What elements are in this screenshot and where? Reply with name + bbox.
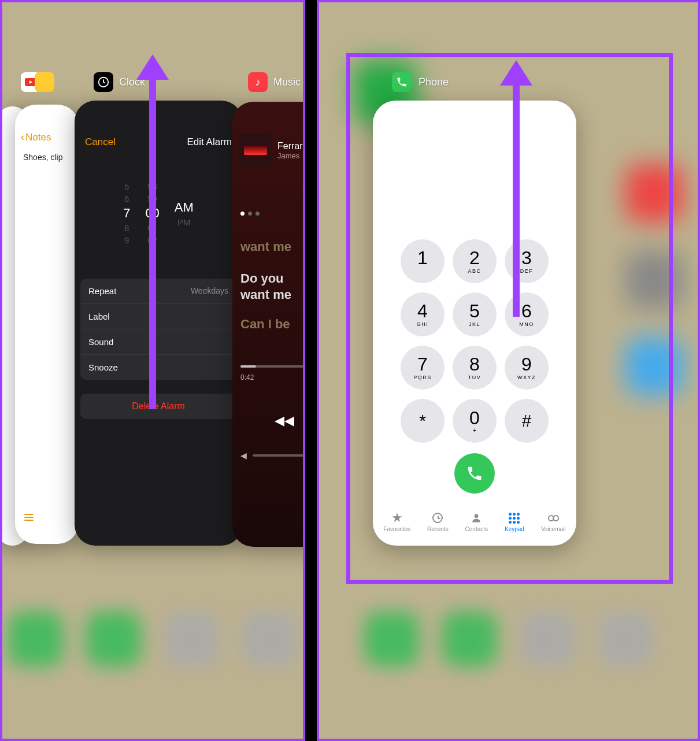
- row-label[interactable]: Label: [80, 304, 236, 329]
- progress-slider[interactable]: [240, 365, 305, 368]
- key-7[interactable]: 7PQRS: [401, 346, 445, 390]
- dock-blur-right: [319, 612, 698, 727]
- track-title: Ferrari: [277, 141, 305, 151]
- voicemail-icon: [546, 511, 560, 525]
- key-0[interactable]: 0+: [453, 399, 497, 443]
- album-art: [239, 134, 272, 166]
- clock-cancel-button[interactable]: Cancel: [85, 136, 116, 148]
- app-name-clock: Clock: [119, 76, 145, 88]
- key-4[interactable]: 4GHI: [401, 292, 445, 336]
- app-name-phone: Phone: [418, 76, 449, 88]
- clock-title: EEdit Alarm: [180, 136, 232, 148]
- volume-low-icon: ◀: [240, 451, 247, 460]
- app-label-phone: Phone: [392, 72, 449, 92]
- tab-recents[interactable]: Recents: [427, 511, 449, 532]
- app-label-clock: Clock: [94, 72, 145, 92]
- row-snooze[interactable]: Snooze: [80, 355, 236, 380]
- rewind-icon[interactable]: ◂◂: [275, 408, 294, 431]
- screenshot-right: Phone 1 2ABC 3DEF 4GHI 5JKL 6MNO 7PQRS 8…: [317, 0, 700, 741]
- app-card-clock[interactable]: Cancel EEdit Alarm 5 6 7 8 9 58 59 00 01…: [75, 101, 242, 546]
- app-card-phone[interactable]: 1 2ABC 3DEF 4GHI 5JKL 6MNO 7PQRS 8TUV 9W…: [373, 101, 576, 546]
- alarm-settings-list: RepeatWeekdays Label Sound Snooze: [80, 279, 236, 380]
- phone-icon: [392, 72, 412, 92]
- app-label-notes: [21, 72, 54, 92]
- lyrics: want me Do you want me Can I be: [232, 239, 305, 332]
- key-star[interactable]: *: [401, 399, 445, 443]
- keypad: 1 2ABC 3DEF 4GHI 5JKL 6MNO 7PQRS 8TUV 9W…: [401, 239, 549, 443]
- star-icon: ★: [390, 511, 404, 525]
- app-card-music[interactable]: Ferrari James want me Do you want me Can…: [232, 102, 305, 547]
- tab-keypad[interactable]: Keypad: [505, 511, 524, 532]
- tab-contacts[interactable]: Contacts: [465, 511, 488, 532]
- track-artist: James: [277, 151, 305, 160]
- volume-slider[interactable]: ◀: [240, 451, 305, 460]
- person-icon: [469, 511, 483, 525]
- page-dots: [240, 212, 305, 216]
- delete-alarm-button[interactable]: Delete Alarm: [80, 394, 236, 419]
- row-sound[interactable]: Sound: [80, 329, 236, 355]
- key-6[interactable]: 6MNO: [505, 292, 549, 336]
- clock-icon: [94, 72, 113, 92]
- app-switcher[interactable]: ‹ Notes Shoes, clip Clock Cancel EEdit A…: [2, 2, 303, 739]
- notes-back-button[interactable]: ‹ Notes: [15, 105, 79, 149]
- tab-voicemail[interactable]: Voicemail: [541, 511, 566, 532]
- dial-button[interactable]: [454, 453, 495, 494]
- key-9[interactable]: 9WXYZ: [505, 346, 549, 390]
- notes-body-text: Shoes, clip: [15, 149, 79, 165]
- key-2[interactable]: 2ABC: [453, 239, 497, 283]
- notes-icon: [35, 72, 54, 92]
- svg-point-1: [475, 514, 479, 518]
- key-hash[interactable]: #: [505, 399, 549, 443]
- panel-divider: [305, 0, 317, 741]
- notes-back-label: Notes: [25, 132, 51, 143]
- key-3[interactable]: 3DEF: [505, 239, 549, 283]
- row-repeat[interactable]: RepeatWeekdays: [80, 279, 236, 304]
- tab-favourites[interactable]: ★ Favourites: [383, 511, 410, 532]
- app-name-music: Music: [273, 76, 301, 88]
- music-icon: ♪: [248, 72, 268, 92]
- key-5[interactable]: 5JKL: [453, 292, 497, 336]
- clock-icon: [431, 511, 445, 525]
- key-8[interactable]: 8TUV: [453, 346, 497, 390]
- elapsed-time: 0:42: [240, 373, 254, 381]
- app-label-music: ♪ Music: [248, 72, 301, 92]
- tab-bar: ★ Favourites Recents Contacts Keypad: [373, 504, 576, 546]
- time-picker[interactable]: 5 6 7 8 9 58 59 00 01 02 AM PM: [75, 164, 242, 262]
- notes-toolbar: [24, 514, 34, 521]
- keypad-icon: [508, 511, 521, 525]
- key-1[interactable]: 1: [401, 239, 445, 283]
- screenshot-left: ‹ Notes Shoes, clip Clock Cancel EEdit A…: [0, 0, 305, 741]
- app-card-notes[interactable]: ‹ Notes Shoes, clip: [15, 105, 79, 544]
